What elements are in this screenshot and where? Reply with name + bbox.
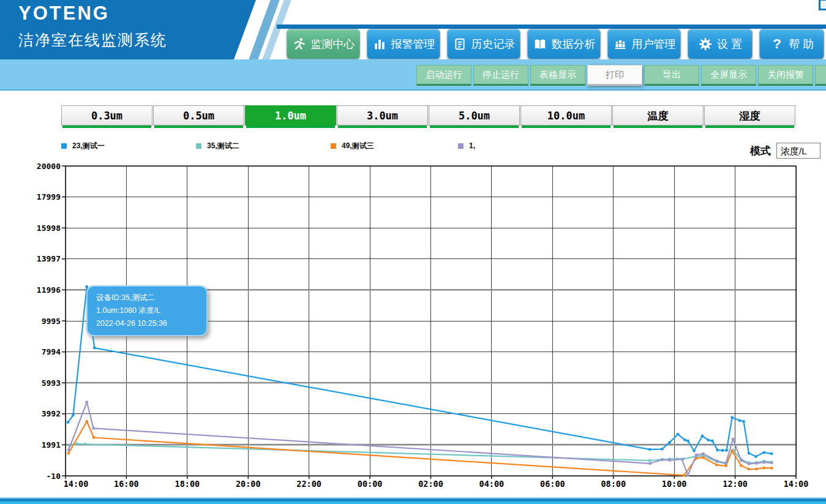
data-point-marker	[648, 459, 651, 462]
data-point-marker	[72, 414, 75, 417]
data-point-marker	[695, 454, 698, 457]
x-axis-label: 06:00	[540, 479, 565, 489]
window-corner-glyph	[819, 0, 826, 10]
data-point-marker	[730, 449, 734, 453]
data-point-marker	[711, 440, 714, 443]
chart-tooltip: 设备ID:35,测试二 1.0um:1080 浓度/L 2022-04-26 1…	[86, 285, 208, 336]
data-point-marker	[762, 467, 765, 470]
data-point-marker	[93, 347, 96, 350]
data-point-marker	[661, 458, 664, 461]
data-point-marker	[67, 421, 70, 424]
data-point-marker	[770, 467, 773, 470]
data-point-marker	[748, 452, 751, 455]
data-point-marker	[85, 420, 88, 423]
data-point-marker	[683, 438, 686, 442]
data-point-marker	[693, 449, 696, 453]
x-axis-label: 16:00	[114, 479, 139, 489]
data-point-marker	[92, 436, 96, 439]
data-point-marker	[740, 464, 743, 467]
tooltip-device-line: 设备ID:35,测试二	[96, 291, 200, 304]
x-axis-label: 14:00	[64, 479, 89, 489]
data-point-marker	[754, 455, 757, 458]
data-point-marker	[701, 435, 704, 438]
data-point-marker	[755, 462, 758, 465]
data-point-marker	[748, 462, 751, 465]
data-point-marker	[668, 441, 671, 444]
tooltip-value-line: 1.0um:1080 浓度/L	[96, 304, 200, 317]
x-axis-label: 10:00	[662, 479, 687, 489]
data-point-marker	[648, 462, 651, 465]
data-point-marker	[668, 459, 671, 462]
tooltip-time-line: 2022-04-26 10:25:36	[96, 317, 200, 330]
y-axis-label: 1991	[42, 440, 61, 449]
data-point-marker	[748, 468, 751, 471]
data-point-marker	[686, 474, 689, 477]
data-point-marker	[67, 449, 70, 452]
data-point-marker	[67, 452, 70, 455]
y-axis-label: 13997	[37, 254, 61, 263]
data-point-marker	[661, 448, 664, 451]
x-axis-label: 20:00	[236, 479, 261, 489]
x-axis-label: 22:00	[296, 479, 321, 489]
data-point-marker	[683, 474, 686, 477]
data-point-marker	[648, 448, 651, 451]
y-axis-label: 11996	[37, 285, 61, 295]
data-point-marker	[742, 420, 745, 423]
data-point-marker	[702, 452, 705, 455]
data-point-marker	[770, 452, 773, 455]
line-chart[interactable]: 14:0016:0018:0020:0022:0000:0002:0004:00…	[0, 0, 826, 504]
data-point-marker	[680, 458, 683, 461]
data-point-marker	[755, 468, 758, 471]
data-point-marker	[762, 451, 765, 454]
data-point-marker	[707, 438, 710, 442]
data-point-marker	[730, 416, 734, 419]
data-point-marker	[725, 449, 728, 452]
bottom-bar	[0, 497, 826, 504]
data-point-marker	[724, 464, 727, 467]
data-point-marker	[721, 449, 724, 452]
x-axis-label: 08:00	[601, 479, 626, 489]
data-point-marker	[715, 464, 718, 467]
data-point-marker	[715, 459, 718, 462]
x-axis-label: 02:00	[418, 479, 443, 489]
y-axis-label: 3992	[42, 409, 61, 418]
data-point-marker	[76, 442, 79, 445]
data-point-marker	[770, 461, 773, 464]
data-point-marker	[732, 437, 735, 440]
x-axis-label: 12:00	[723, 479, 748, 489]
data-point-marker	[92, 427, 95, 430]
data-point-marker	[677, 433, 680, 436]
data-point-marker	[738, 419, 742, 422]
y-axis-label: -10	[47, 472, 61, 481]
y-axis-label: 7994	[42, 347, 61, 356]
data-point-marker	[716, 449, 719, 452]
x-axis-label: 04:00	[479, 479, 505, 489]
data-point-marker	[702, 456, 705, 459]
y-axis-label: 20000	[37, 162, 61, 171]
data-point-marker	[686, 440, 689, 443]
data-point-marker	[762, 461, 765, 464]
y-axis-label: 15998	[37, 224, 61, 233]
y-axis-label: 17999	[37, 192, 61, 201]
data-point-marker	[724, 462, 727, 465]
series-line	[69, 402, 772, 476]
x-axis-label: 18:00	[175, 479, 200, 489]
data-point-marker	[84, 443, 87, 446]
series-line	[69, 444, 772, 464]
x-axis-label: 00:00	[358, 479, 383, 489]
y-axis-label: 5993	[42, 378, 61, 388]
x-axis-label: 14:00	[784, 479, 809, 489]
data-point-marker	[85, 401, 88, 404]
y-axis-label: 9995	[42, 317, 61, 326]
data-point-marker	[740, 459, 743, 462]
